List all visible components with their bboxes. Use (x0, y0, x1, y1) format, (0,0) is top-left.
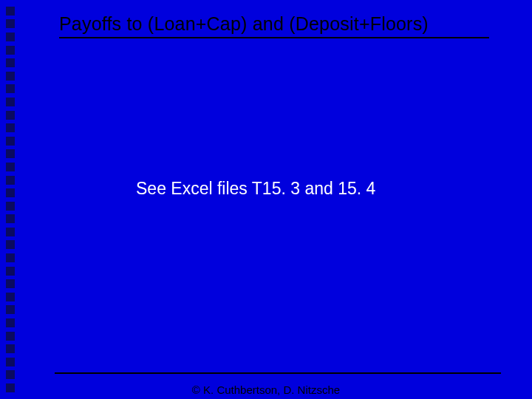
rail-square-icon (6, 240, 15, 249)
rail-square-icon (6, 305, 15, 314)
rail-square-icon (6, 344, 15, 353)
rail-square-icon (6, 358, 15, 366)
rail-square-icon (6, 279, 15, 288)
rail-square-icon (6, 214, 15, 223)
rail-square-icon (6, 228, 15, 236)
slide: Payoffs to (Loan+Cap) and (Deposit+Floor… (0, 0, 532, 399)
rail-square-icon (6, 58, 15, 67)
rail-square-icon (6, 253, 15, 262)
rail-square-icon (6, 267, 15, 276)
title-underline (59, 37, 489, 38)
rail-square-icon (6, 19, 15, 28)
rail-square-icon (6, 137, 15, 146)
rail-square-icon (6, 188, 15, 197)
rail-square-icon (6, 123, 15, 132)
rail-square-icon (6, 46, 15, 55)
rail-square-icon (6, 163, 15, 171)
rail-square-icon (6, 72, 15, 81)
rail-square-icon (6, 332, 15, 341)
footer-rule (55, 372, 501, 374)
rail-square-icon (6, 176, 15, 185)
title-container: Payoffs to (Loan+Cap) and (Deposit+Floor… (59, 13, 502, 35)
rail-square-icon (6, 84, 15, 93)
slide-title: Payoffs to (Loan+Cap) and (Deposit+Floor… (59, 13, 502, 35)
left-decorative-rail (0, 0, 22, 399)
rail-square-icon (6, 318, 15, 327)
rail-square-icon (6, 149, 15, 158)
rail-square-icon (6, 98, 15, 106)
rail-square-icon (6, 202, 15, 211)
rail-square-icon (6, 370, 15, 379)
rail-square-icon (6, 293, 15, 301)
rail-square-icon (6, 33, 15, 41)
slide-body-text: See Excel files T15. 3 and 15. 4 (136, 179, 375, 199)
rail-square-icon (6, 111, 15, 120)
rail-square-icon (6, 7, 15, 16)
slide-footer: © K. Cuthbertson, D. Nitzsche (0, 383, 532, 396)
